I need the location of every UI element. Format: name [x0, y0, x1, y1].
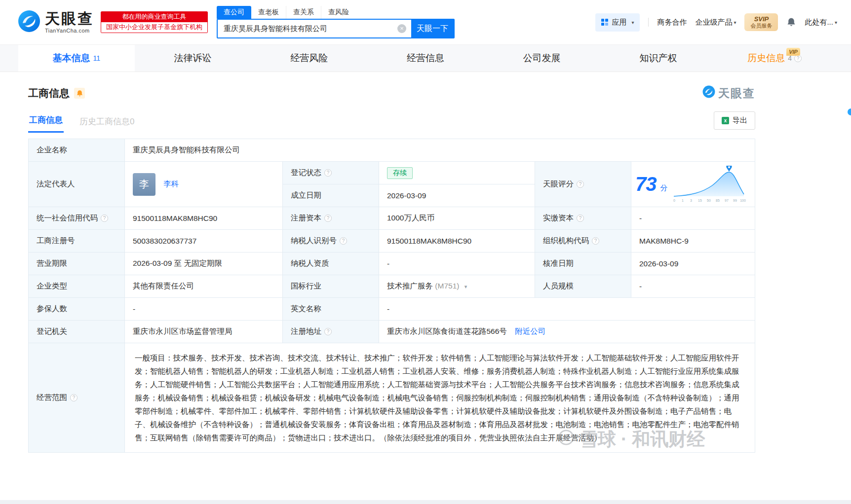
approval-date-text: 2026-03-09 [639, 259, 678, 268]
tab-count: 11 [93, 54, 101, 62]
subtab-business-info[interactable]: 工商信息 [28, 114, 64, 133]
tianyancha-logo-icon [702, 85, 715, 101]
paid-capital-value: - [631, 207, 755, 230]
search-button[interactable]: 天眼一下 [411, 20, 454, 37]
tianyancha-logo-icon [18, 10, 40, 35]
help-icon[interactable]: ? [577, 215, 584, 222]
reg-address-label-cell: 注册地址? [283, 321, 379, 343]
staff-size-text: - [639, 282, 642, 290]
help-icon[interactable]: ? [70, 394, 77, 401]
business-cooperation-link[interactable]: 商务合作 [657, 18, 687, 27]
reg-number-text: 500383020637737 [133, 237, 196, 245]
search-input[interactable] [218, 20, 397, 37]
legal-rep-label-cell: 法定代表人 [29, 162, 125, 207]
industry-value: 技术推广服务 (M751) ▾ [379, 275, 535, 298]
table-row: 企业类型 其他有限责任公司 国标行业 技术推广服务 (M751) ▾ 人员规模 … [29, 275, 755, 298]
tab-history-info[interactable]: VIP 历史信息 4 ? [716, 45, 833, 72]
bottom-divider [0, 500, 851, 504]
help-icon[interactable]: ? [324, 328, 332, 335]
nearby-companies-link[interactable]: 附近公司 [515, 327, 545, 335]
table-row: 法定代表人 李 李科 登记状态? 存续 天眼评分? 73 分 [29, 162, 755, 184]
side-widget-dot[interactable] [848, 108, 851, 115]
field-label: 统一社会信用代码 [37, 214, 98, 222]
reg-authority-value: 重庆市永川区市场监督管理局 [125, 321, 283, 343]
chevron-down-icon: ▾ [835, 20, 837, 25]
search-tab-boss[interactable]: 查老板 [251, 6, 286, 19]
score-label-cell: 天眼评分? [535, 162, 631, 207]
expand-industry-icon[interactable]: ▾ [464, 284, 467, 289]
apps-menu[interactable]: 应用 ▾ [595, 13, 640, 32]
notification-bell-icon[interactable] [786, 17, 796, 27]
tab-legal-proceedings[interactable]: 法律诉讼 [135, 45, 251, 72]
svip-membership-button[interactable]: SVIP 会员服务 [744, 13, 778, 32]
taxpayer-quality-label-cell: 纳税人资质 [283, 252, 379, 275]
paid-capital-text: - [639, 214, 642, 222]
help-icon[interactable]: ? [324, 215, 332, 222]
reg-number-value: 500383020637737 [125, 230, 283, 252]
company-type-value: 其他有限责任公司 [125, 275, 283, 298]
legal-rep-avatar[interactable]: 李 [133, 173, 155, 196]
field-label: 注册地址 [291, 327, 321, 335]
svg-text:15: 15 [698, 199, 702, 202]
reg-capital-value: 1000万人民币 [379, 207, 535, 230]
tab-business-info[interactable]: 经营信息 [367, 45, 484, 72]
industry-text: 技术推广服务 [387, 282, 433, 290]
tab-label: 知识产权 [639, 52, 677, 65]
org-code-value: MAK8M8HC-9 [631, 230, 755, 252]
slogan-line-1: 都在用的商业查询工具 [101, 12, 207, 22]
table-row: 参保人数 - 英文名称 - [29, 298, 755, 321]
field-label: 参保人数 [37, 304, 67, 313]
tab-company-development[interactable]: 公司发展 [484, 45, 600, 72]
table-row: 工商注册号 500383020637737 纳税人识别号? 91500118MA… [29, 230, 755, 252]
slogan-line-2: 国家中小企业发展子基金旗下机构 [101, 22, 207, 33]
help-icon[interactable]: ? [577, 180, 584, 188]
field-label: 成立日期 [291, 191, 321, 199]
svg-text:99: 99 [733, 199, 737, 202]
user-menu[interactable]: 此处有... ▾ [805, 18, 837, 27]
search-tab-relation[interactable]: 查关系 [286, 6, 321, 19]
search-tab-risk[interactable]: 查风险 [321, 6, 356, 19]
approval-date-label-cell: 核准日期 [535, 252, 631, 275]
company-nav-tabs: 基本信息 11 法律诉讼 经营风险 经营信息 公司发展 知识产权 VIP 历史信… [0, 44, 851, 72]
tab-label: 经营风险 [290, 52, 328, 65]
tab-intellectual-property[interactable]: 知识产权 [600, 45, 717, 72]
table-row: 登记机关 重庆市永川区市场监督管理局 注册地址? 重庆市永川区陈食街道莲花路56… [29, 321, 755, 343]
field-label: 实缴资本 [543, 214, 574, 222]
tianyan-score-cell[interactable]: 73 分 0 1 3 15 50 [631, 162, 755, 207]
staff-size-label-cell: 人员规模 [535, 275, 631, 298]
help-icon[interactable]: ? [324, 169, 332, 177]
help-icon[interactable]: ? [592, 237, 599, 245]
enterprise-products-link[interactable]: 企业级产品 ▾ [695, 18, 736, 27]
search-tab-company[interactable]: 查公司 [217, 6, 251, 19]
svg-text:3: 3 [690, 199, 692, 202]
export-button[interactable]: x 导出 [714, 111, 755, 130]
status-badge: 存续 [387, 167, 413, 179]
field-label: 纳税人识别号 [291, 236, 337, 245]
search-area: 查公司 查老板 查关系 查风险 × 天眼一下 [217, 6, 455, 38]
help-icon[interactable]: ? [340, 237, 347, 245]
search-box: × 天眼一下 [217, 19, 455, 38]
taxpayer-id-text: 91500118MAK8M8HC90 [387, 237, 471, 245]
legal-rep-link[interactable]: 李科 [163, 180, 179, 188]
insured-count-label-cell: 参保人数 [29, 298, 125, 321]
reg-address-text: 重庆市永川区陈食街道莲花路566号 [387, 327, 507, 335]
field-label: 英文名称 [291, 304, 321, 313]
org-code-text: MAK8M8HC-9 [639, 237, 689, 245]
tab-operational-risk[interactable]: 经营风险 [251, 45, 367, 72]
tab-basic-info[interactable]: 基本信息 11 [18, 45, 135, 72]
field-label: 登记机关 [37, 327, 67, 335]
field-label: 企业类型 [37, 282, 67, 290]
business-cooperation-label: 商务合作 [657, 18, 687, 27]
field-label: 工商注册号 [37, 236, 75, 245]
approval-date-value: 2026-03-09 [631, 252, 755, 275]
taxpayer-id-label-cell: 纳税人识别号? [283, 230, 379, 252]
establish-date-label-cell: 成立日期 [283, 184, 379, 207]
tianyancha-logo[interactable]: 天眼查 TianYanCha.com [18, 10, 94, 35]
clear-search-icon[interactable]: × [397, 24, 406, 33]
reg-authority-label-cell: 登记机关 [29, 321, 125, 343]
staff-size-value: - [631, 275, 755, 298]
subtab-history-business-info[interactable]: 历史工商信息0 [78, 116, 135, 133]
industry-label-cell: 国标行业 [283, 275, 379, 298]
subscribe-bell-icon[interactable] [74, 88, 85, 99]
help-icon[interactable]: ? [101, 215, 108, 222]
